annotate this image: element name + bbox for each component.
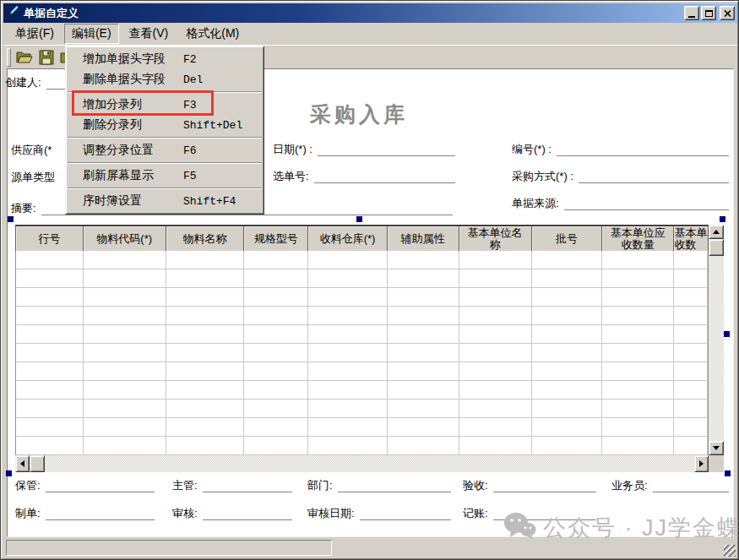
titlebar[interactable]: 单据自定义 xyxy=(3,3,737,23)
table-cell[interactable] xyxy=(244,307,308,324)
table-cell[interactable] xyxy=(674,251,708,269)
table-cell[interactable] xyxy=(388,288,459,306)
save-icon[interactable] xyxy=(37,49,56,66)
table-cell[interactable] xyxy=(166,437,245,454)
table-cell[interactable] xyxy=(674,437,708,454)
resize-grip[interactable] xyxy=(724,545,736,557)
table-cell[interactable] xyxy=(532,251,603,269)
table-row[interactable] xyxy=(16,269,708,288)
column-header[interactable]: 辅助属性 xyxy=(388,226,459,252)
table-cell[interactable] xyxy=(308,269,388,287)
table-cell[interactable] xyxy=(674,400,708,417)
field-audit-date[interactable]: 审核日期: xyxy=(307,507,451,520)
column-header-clipped[interactable]: 基本单收数 xyxy=(674,226,708,252)
field-select-no[interactable]: 选单号: xyxy=(273,170,455,183)
column-header[interactable]: 批号 xyxy=(532,226,603,252)
table-cell[interactable] xyxy=(308,307,388,324)
table-cell[interactable] xyxy=(388,418,459,436)
table-cell[interactable] xyxy=(84,288,166,306)
table-cell[interactable] xyxy=(16,288,84,306)
table-cell[interactable] xyxy=(16,381,84,399)
table-cell[interactable] xyxy=(532,362,603,380)
table-cell[interactable] xyxy=(602,307,674,324)
table-cell[interactable] xyxy=(388,325,459,343)
table-cell[interactable] xyxy=(532,307,603,324)
table-cell[interactable] xyxy=(84,381,166,399)
table-cell[interactable] xyxy=(84,325,166,343)
table-cell[interactable] xyxy=(166,362,245,380)
table-row[interactable] xyxy=(16,325,708,344)
table-cell[interactable] xyxy=(532,400,603,417)
table-cell[interactable] xyxy=(84,362,166,380)
table-cell[interactable] xyxy=(308,344,388,362)
table-row[interactable] xyxy=(16,307,708,325)
table-cell[interactable] xyxy=(308,381,388,399)
table-cell[interactable] xyxy=(16,325,84,343)
field-keeper[interactable]: 保管: xyxy=(15,479,155,492)
table-cell[interactable] xyxy=(602,400,674,417)
table-cell[interactable] xyxy=(166,344,245,362)
table-cell[interactable] xyxy=(459,288,532,306)
field-preparer[interactable]: 制单: xyxy=(15,507,155,520)
table-row[interactable] xyxy=(16,400,708,418)
field-purchase-method[interactable]: 采购方式(*) : xyxy=(512,170,729,183)
table-cell[interactable] xyxy=(84,437,166,454)
open-folder-icon[interactable] xyxy=(15,49,34,66)
table-cell[interactable] xyxy=(388,381,459,399)
horizontal-scroll-thumb[interactable] xyxy=(30,455,45,472)
selection-handle[interactable] xyxy=(356,216,362,222)
table-cell[interactable] xyxy=(388,362,459,380)
horizontal-scrollbar[interactable] xyxy=(15,455,709,472)
table-cell[interactable] xyxy=(166,307,245,324)
table-cell[interactable] xyxy=(308,437,388,454)
field-date[interactable]: 日期(*) : xyxy=(273,143,455,156)
table-cell[interactable] xyxy=(244,325,308,343)
table-cell[interactable] xyxy=(84,269,166,287)
table-cell[interactable] xyxy=(674,418,708,436)
column-header[interactable]: 规格型号 xyxy=(244,226,308,252)
column-header[interactable]: 行号 xyxy=(16,226,84,252)
table-cell[interactable] xyxy=(602,437,674,454)
table-cell[interactable] xyxy=(459,251,532,269)
table-row[interactable] xyxy=(16,288,708,307)
table-cell[interactable] xyxy=(244,437,308,454)
table-row[interactable] xyxy=(16,251,708,269)
table-cell[interactable] xyxy=(84,400,166,417)
column-header[interactable]: 物料代码(*) xyxy=(84,226,166,252)
field-creator[interactable]: 创建人: xyxy=(5,76,74,90)
table-cell[interactable] xyxy=(244,362,308,380)
table-cell[interactable] xyxy=(388,344,459,362)
table-row[interactable] xyxy=(16,418,708,437)
table-cell[interactable] xyxy=(16,344,84,362)
vertical-scroll-thumb[interactable] xyxy=(709,239,724,256)
table-cell[interactable] xyxy=(16,307,84,324)
selection-handle[interactable] xyxy=(724,331,730,337)
table-cell[interactable] xyxy=(308,251,388,269)
table-cell[interactable] xyxy=(166,418,245,436)
table-row[interactable] xyxy=(16,437,708,455)
table-cell[interactable] xyxy=(84,307,166,324)
table-cell[interactable] xyxy=(532,437,603,454)
table-cell[interactable] xyxy=(16,251,84,269)
table-cell[interactable] xyxy=(16,418,84,436)
column-header[interactable]: 物料名称 xyxy=(166,226,245,252)
scroll-left-button[interactable] xyxy=(15,455,30,472)
field-doc-source[interactable]: 单据来源: xyxy=(512,197,729,210)
table-cell[interactable] xyxy=(602,325,674,343)
menu-item-delete-header-field[interactable]: 删除单据头字段Del xyxy=(67,69,263,90)
table-cell[interactable] xyxy=(459,418,532,436)
table-cell[interactable] xyxy=(84,344,166,362)
table-row[interactable] xyxy=(16,344,708,362)
table-cell[interactable] xyxy=(674,381,708,399)
table-cell[interactable] xyxy=(532,418,603,436)
table-cell[interactable] xyxy=(166,269,245,287)
table-cell[interactable] xyxy=(532,288,603,306)
toolbar-grip[interactable] xyxy=(7,48,11,67)
table-cell[interactable] xyxy=(244,251,308,269)
table-cell[interactable] xyxy=(16,437,84,454)
column-header[interactable]: 基本单位应收数量 xyxy=(602,226,674,252)
field-supervisor[interactable]: 主管: xyxy=(172,479,292,492)
table-cell[interactable] xyxy=(308,418,388,436)
table-cell[interactable] xyxy=(532,344,603,362)
selection-handle[interactable] xyxy=(6,470,12,476)
